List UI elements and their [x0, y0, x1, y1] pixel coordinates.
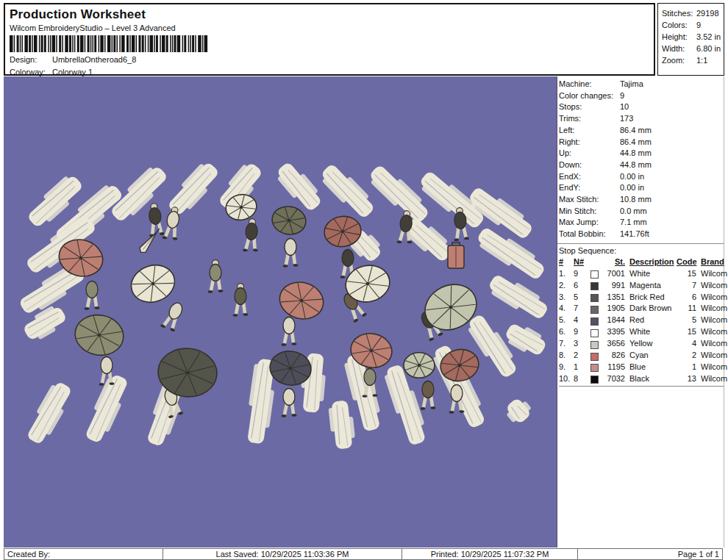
thread-cell: 1: [574, 362, 590, 373]
thread-cell: Yellow: [627, 338, 677, 350]
pedestrian: [283, 239, 299, 268]
thread-cell: Red: [627, 315, 677, 326]
stat-row: Width:6.80 in: [662, 43, 724, 54]
thread-cell: 1844: [602, 315, 627, 326]
thread-cell: Cyan: [627, 350, 677, 362]
crosswalk-stripe: [502, 395, 535, 427]
footer-last-saved: Last Saved: 10/29/2025 11:03:36 PM: [163, 548, 402, 560]
thread-cell: [590, 316, 602, 326]
design-value: UmbrellaOntheroad6_8: [52, 55, 136, 65]
machine-info-row: Left:86.4 mm: [559, 125, 724, 137]
column-header: Brand: [696, 256, 726, 268]
stop-sequence-label: Stop Sequence:: [559, 245, 724, 256]
thread-row: 1.97001White15Wilcom: [559, 268, 724, 280]
thread-cell: 10.: [559, 373, 574, 385]
column-header: Description: [627, 256, 677, 268]
crosswalk-stripe: [318, 160, 378, 221]
crosswalk-stripe: [274, 159, 326, 215]
thread-color-swatch: [590, 270, 599, 279]
thread-cell: Wilcom: [696, 268, 726, 280]
thread-cell: 1351: [602, 292, 627, 304]
thread-row: 2.6991Magenta7Wilcom: [559, 280, 724, 292]
machine-info-row: EndY:0.00 in: [559, 182, 724, 194]
thread-cell: 4: [574, 315, 590, 326]
thread-cell: [590, 362, 602, 372]
umbrella: [72, 312, 126, 359]
thread-cell: 4.: [559, 303, 574, 315]
barcode-icon: [10, 35, 213, 52]
thread-cell: Wilcom: [696, 292, 726, 304]
thread-cell: Wilcom: [696, 362, 726, 373]
thread-cell: 15: [677, 326, 696, 338]
crosswalk-stripe: [474, 223, 549, 284]
design-preview: [4, 76, 557, 548]
thread-cell: 3: [574, 338, 590, 350]
thread-row: 3.51351Brick Red6Wilcom: [559, 292, 724, 304]
thread-cell: Brick Red: [627, 292, 677, 304]
thread-cell: 826: [602, 350, 627, 362]
stop-sequence-header: #N#St.DescriptionCodeBrand: [559, 256, 724, 268]
pedestrian: [85, 281, 100, 310]
machine-info-row: Max Jump:7.1 mm: [559, 217, 724, 229]
crosswalk-stripe: [328, 400, 357, 450]
thread-cell: 11: [677, 303, 696, 315]
thread-cell: 1: [677, 362, 696, 373]
thread-cell: Wilcom: [696, 280, 726, 292]
thread-cell: Wilcom: [696, 326, 726, 338]
thread-cell: [590, 328, 602, 337]
thread-cell: [590, 269, 602, 279]
stat-row: Stitches:29198: [662, 7, 724, 19]
thread-color-swatch: [590, 329, 599, 337]
thread-cell: [590, 374, 602, 384]
footer-created-by: Created By:: [4, 548, 163, 560]
machine-info-row: Up:44.8 mm: [559, 148, 724, 159]
thread-cell: [590, 351, 602, 361]
app-subtitle: Wilcom EmbroideryStudio – Level 3 Advanc…: [10, 24, 649, 33]
thread-cell: 1.: [559, 268, 574, 280]
column-header: St.: [602, 256, 627, 268]
thread-cell: 9.: [559, 362, 574, 373]
machine-info-row: Total Bobbin:141.76ft: [559, 229, 724, 240]
header-box: Production Worksheet Wilcom EmbroiderySt…: [4, 3, 655, 76]
thread-row: 8.2826Cyan2Wilcom: [559, 350, 724, 362]
thread-cell: 991: [602, 280, 627, 292]
crosswalk-stripe: [366, 161, 433, 226]
thread-cell: Blue: [627, 362, 677, 373]
stat-row: Colors:9: [662, 19, 724, 31]
design-label: Design:: [10, 55, 52, 65]
thread-cell: [590, 304, 602, 314]
thread-cell: Wilcom: [696, 350, 726, 362]
stat-row: Zoom:1:1: [662, 54, 724, 66]
crosswalk-stripe: [485, 270, 551, 323]
thread-cell: 5.: [559, 315, 574, 326]
thread-cell: Wilcom: [696, 373, 726, 385]
thread-cell: [590, 281, 602, 290]
thread-cell: 6: [574, 280, 590, 292]
machine-info: Machine:TajimaColor changes:9Stops:10Tri…: [557, 76, 724, 240]
stop-sequence-rows: 1.97001White15Wilcom2.6991Magenta7Wilcom…: [559, 268, 724, 385]
thread-row: 6.93395White15Wilcom: [559, 326, 724, 338]
thread-cell: 13: [677, 373, 696, 385]
pedestrian: [282, 389, 297, 417]
thread-cell: 5: [574, 292, 590, 304]
stop-sequence-table: #N#St.DescriptionCodeBrand 1.97001White1…: [559, 256, 724, 387]
column-header: Code: [677, 256, 696, 268]
thread-cell: 4: [677, 338, 696, 350]
closed-umbrella: [138, 226, 163, 254]
thread-cell: 3.: [559, 292, 574, 304]
machine-info-row: Machine:Tajima: [559, 79, 724, 90]
thread-cell: Wilcom: [696, 315, 726, 326]
pedestrian: [146, 203, 165, 237]
thread-cell: [590, 292, 602, 302]
thread-color-swatch: [590, 306, 599, 314]
thread-cell: 1195: [602, 362, 627, 373]
footer-page-number: Page 1 of 1: [577, 548, 723, 560]
thread-cell: 8: [574, 373, 590, 385]
thread-color-swatch: [590, 353, 599, 361]
thread-cell: 7: [574, 303, 590, 315]
suitcase: [448, 243, 464, 268]
thread-cell: Dark Brown: [627, 303, 677, 315]
embroidery-design-canvas: [4, 76, 557, 548]
pedestrian: [233, 284, 249, 317]
umbrella: [126, 259, 179, 309]
